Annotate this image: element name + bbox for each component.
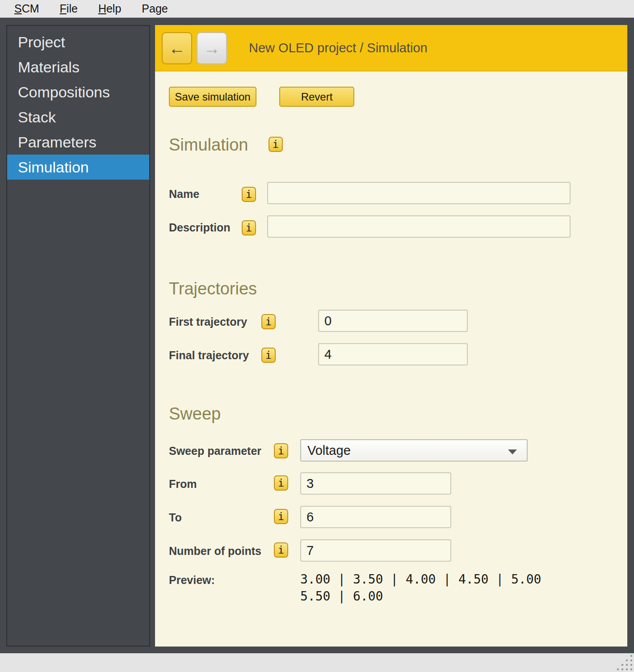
sidebar-item-parameters[interactable]: Parameters	[7, 130, 149, 155]
sweep-parameter-value: Voltage	[307, 443, 351, 458]
page-header: ← → New OLED project / Simulation	[155, 25, 627, 71]
chevron-down-icon	[508, 449, 517, 454]
first-trajectory-input[interactable]	[318, 310, 468, 332]
info-button-final-trajectory[interactable]: i	[261, 348, 276, 363]
app-window: SCM File Help Page Project Materials Com…	[0, 0, 634, 672]
info-icon: i	[278, 512, 284, 522]
info-icon: i	[273, 139, 279, 150]
info-button-simulation[interactable]: i	[269, 137, 283, 152]
info-icon: i	[278, 545, 284, 555]
info-button-to[interactable]: i	[274, 509, 288, 524]
sweep-parameter-select[interactable]: Voltage	[300, 439, 528, 462]
main-content: ← → New OLED project / Simulation Save s…	[155, 25, 627, 647]
preview-label: Preview:	[169, 574, 215, 587]
preview-line-2: 5.50 | 6.00	[300, 589, 383, 604]
back-button[interactable]: ←	[162, 32, 192, 64]
menu-help-label: elp	[106, 2, 121, 15]
name-label: Name	[169, 188, 199, 201]
sidebar-item-stack[interactable]: Stack	[7, 105, 149, 130]
breadcrumb: New OLED project / Simulation	[249, 25, 428, 71]
description-input[interactable]	[267, 215, 571, 238]
sidebar-item-project[interactable]: Project	[7, 29, 149, 55]
sidebar: Project Materials Compositions Stack Par…	[6, 25, 150, 647]
menu-scm-accel: S	[14, 2, 22, 15]
first-trajectory-label: First trajectory	[169, 315, 247, 328]
arrow-left-icon: ←	[168, 39, 185, 58]
preview-values: 3.00 | 3.50 | 4.00 | 4.50 | 5.005.50 | 6…	[300, 571, 541, 605]
info-icon: i	[278, 446, 284, 456]
menu-scm-label: CM	[22, 2, 39, 15]
to-input[interactable]	[300, 506, 451, 528]
sidebar-item-simulation[interactable]: Simulation	[7, 155, 149, 180]
info-button-number-of-points[interactable]: i	[274, 542, 288, 558]
from-label: From	[169, 478, 197, 491]
resize-grip[interactable]	[630, 668, 632, 670]
number-of-points-input[interactable]	[300, 539, 451, 562]
section-title-trajectories: Trajectories	[169, 277, 257, 300]
menu-file-label: ile	[67, 2, 78, 15]
forward-button[interactable]: →	[197, 32, 227, 64]
menubar: SCM File Help Page	[0, 0, 634, 18]
menu-file[interactable]: File	[54, 2, 84, 15]
info-icon: i	[246, 223, 252, 233]
to-label: To	[169, 511, 182, 524]
section-title-simulation: Simulation	[169, 134, 248, 156]
sweep-parameter-label: Sweep parameter	[169, 445, 261, 458]
from-input[interactable]	[300, 472, 451, 495]
revert-button[interactable]: Revert	[279, 87, 354, 107]
menu-file-accel: F	[60, 2, 67, 15]
info-button-from[interactable]: i	[274, 475, 288, 491]
number-of-points-label: Number of points	[169, 545, 261, 558]
preview-line-1: 3.00 | 3.50 | 4.00 | 4.50 | 5.00	[300, 572, 541, 587]
name-input[interactable]	[267, 182, 571, 204]
sidebar-item-compositions[interactable]: Compositions	[7, 80, 149, 105]
arrow-right-icon: →	[203, 39, 220, 58]
info-button-sweep-parameter[interactable]: i	[274, 443, 288, 458]
description-label: Description	[169, 221, 231, 234]
menu-page-label: Page	[142, 2, 168, 15]
info-icon: i	[265, 317, 272, 327]
section-title-sweep: Sweep	[169, 403, 221, 425]
info-icon: i	[265, 350, 272, 361]
save-simulation-button[interactable]: Save simulation	[169, 87, 256, 107]
final-trajectory-label: Final trajectory	[169, 349, 249, 362]
info-button-name[interactable]: i	[242, 187, 256, 202]
final-trajectory-input[interactable]	[318, 343, 468, 365]
menu-page[interactable]: Page	[135, 2, 174, 15]
menu-help-accel: H	[98, 2, 106, 15]
status-bar	[0, 653, 634, 672]
menu-scm[interactable]: SCM	[8, 2, 46, 15]
info-icon: i	[278, 478, 284, 488]
menu-help[interactable]: Help	[92, 2, 127, 15]
info-icon: i	[246, 189, 252, 200]
info-button-first-trajectory[interactable]: i	[261, 314, 276, 329]
info-button-description[interactable]: i	[242, 220, 256, 235]
sidebar-item-materials[interactable]: Materials	[7, 55, 149, 80]
